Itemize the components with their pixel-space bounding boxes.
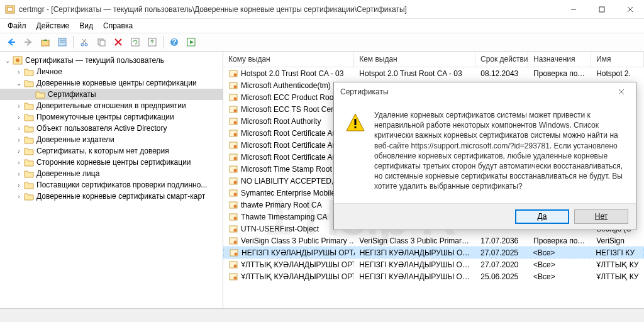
tree-item[interactable]: Сертификаты	[0, 89, 223, 100]
toolbar-help-icon[interactable]: ?	[167, 35, 182, 50]
toolbar-export-icon[interactable]	[145, 35, 160, 50]
table-cell: VeriSign Class 3 Public Primary Ce...	[354, 236, 475, 246]
chevron-right-icon[interactable]: ›	[14, 123, 24, 133]
yes-button[interactable]: Да	[515, 209, 569, 224]
tree-label: Сторонние корневые центры сертификации	[36, 158, 191, 167]
folder-icon	[24, 157, 34, 167]
close-button[interactable]	[616, 0, 644, 19]
toolbar-up-icon[interactable]	[38, 35, 53, 50]
no-button[interactable]: Нет	[574, 209, 628, 224]
chevron-right-icon[interactable]: ›	[14, 157, 24, 167]
tree-item[interactable]: ›Объект пользователя Active Directory	[0, 123, 223, 134]
tree-item[interactable]: ›Промежуточные центры сертификации	[0, 111, 223, 123]
cert-icon	[228, 200, 238, 210]
folder-icon	[24, 146, 34, 156]
column-header[interactable]: Назначения	[528, 52, 591, 67]
chevron-right-icon[interactable]: ›	[14, 135, 24, 145]
cert-icon	[228, 80, 238, 91]
chevron-right-icon[interactable]: ›	[14, 180, 24, 190]
tree-panel[interactable]: ⌄Сертификаты — текущий пользователь›Личн…	[0, 52, 223, 308]
table-row[interactable]: Hotspot 2.0 Trust Root CA - 03Hotspot 2.…	[223, 67, 644, 79]
tree-item[interactable]: ›Поставщики сертификатов проверки подлин…	[0, 179, 223, 191]
table-cell: НЕГІЗГІ КУӘЛАНДЫРУШЫ ОРТА...	[354, 272, 475, 282]
svg-point-35	[234, 109, 237, 112]
column-header[interactable]: Имя	[591, 52, 644, 67]
maximize-button[interactable]	[587, 0, 616, 19]
svg-marker-25	[190, 40, 194, 44]
cert-icon	[228, 176, 238, 186]
toolbar-forward-icon[interactable]	[21, 35, 36, 50]
list-header[interactable]: Кому выданКем выданСрок действияНазначен…	[223, 52, 644, 67]
cert-icon	[228, 224, 238, 234]
dialog-close-icon[interactable]	[612, 84, 631, 99]
toolbar-refresh-icon[interactable]	[128, 35, 143, 50]
table-cell: Проверка подлин...	[528, 69, 591, 79]
svg-point-33	[234, 97, 237, 100]
minimize-button[interactable]	[559, 0, 587, 19]
window-title: certmgr - [Сертификаты — текущий пользов…	[19, 5, 559, 14]
toolbar-delete-icon[interactable]	[111, 35, 126, 50]
svg-point-59	[235, 252, 238, 255]
cert-icon	[228, 116, 238, 126]
table-cell: НЕГІЗГІ КУӘЛАНДЫРУШЫ ОРТА...	[224, 247, 355, 258]
chevron-right-icon[interactable]: ›	[14, 191, 24, 201]
svg-point-27	[16, 58, 19, 62]
tree-item[interactable]: ›Доверительные отношения в предприятии	[0, 100, 223, 111]
table-cell: Hotspot 2.	[591, 69, 644, 79]
chevron-down-icon[interactable]: ⌄	[3, 55, 13, 65]
chevron-right-icon[interactable]: ›	[14, 112, 24, 122]
table-row[interactable]: ҰЛТТЫҚ КУӘЛАНДЫРУШЫ ОРТА...НЕГІЗГІ КУӘЛА…	[223, 270, 644, 282]
column-header[interactable]: Кому выдан	[223, 52, 354, 67]
tree-item[interactable]: ›Доверенные корневые сертификаты смарт-к…	[0, 191, 223, 202]
chevron-right-icon[interactable]: ›	[14, 101, 24, 111]
svg-rect-17	[100, 40, 105, 46]
chevron-right-icon[interactable]: ›	[14, 169, 24, 179]
toolbar-play-icon[interactable]	[184, 35, 199, 50]
tree-item[interactable]: ›Сертификаты, к которым нет доверия	[0, 145, 223, 157]
tree-item[interactable]: ⌄Доверенные корневые центры сертификации	[0, 77, 223, 89]
tree-label: Доверенные корневые центры сертификации	[36, 79, 197, 87]
table-cell: 08.12.2043	[475, 69, 528, 79]
cert-icon	[229, 248, 239, 258]
app-icon	[5, 4, 15, 14]
table-row[interactable]: VeriSign Class 3 Public Primary ...VeriS…	[223, 235, 644, 247]
table-row[interactable]: ҰЛТТЫҚ КУӘЛАНДЫРУШЫ ОРТА...НЕГІЗГІ КУӘЛА…	[223, 258, 644, 270]
table-cell: 25.06.2025	[475, 272, 528, 282]
chevron-right-icon[interactable]: ›	[14, 146, 24, 156]
toolbar-copy-icon[interactable]	[94, 35, 109, 50]
toolbar-cut-icon[interactable]	[77, 35, 92, 50]
menubar: ФайлДействиеВидСправка	[0, 19, 644, 33]
toolbar-props-icon[interactable]	[55, 35, 70, 50]
chevron-right-icon[interactable]: ›	[14, 67, 24, 77]
table-row[interactable]: НЕГІЗГІ КУӘЛАНДЫРУШЫ ОРТА...НЕГІЗГІ КУӘЛ…	[223, 247, 644, 258]
table-cell: VeriSign Class 3 Public Primary ...	[223, 235, 354, 247]
dialog-title: Сертификаты	[340, 87, 389, 96]
toolbar-back-icon[interactable]	[4, 35, 19, 50]
tree-item[interactable]: ›Личное	[0, 66, 223, 77]
table-cell: VeriSign	[591, 236, 644, 246]
svg-rect-8	[42, 40, 49, 46]
chevron-down-icon[interactable]: ⌄	[14, 78, 24, 88]
table-cell: ҰЛТТЫҚ КУӘЛАНДЫРУШЫ ОРТА...	[223, 271, 354, 282]
cert-icon	[228, 164, 238, 174]
svg-point-31	[234, 85, 237, 88]
dialog-titlebar[interactable]: Сертификаты	[334, 82, 636, 101]
svg-point-57	[234, 240, 237, 243]
cert-icon	[228, 152, 238, 162]
menu-Вид[interactable]: Вид	[74, 20, 98, 31]
tree-item[interactable]: ›Доверенные издатели	[0, 134, 223, 145]
tree-item[interactable]: ›Доверенные лица	[0, 168, 223, 179]
tree-item[interactable]: ⌄Сертификаты — текущий пользователь	[0, 55, 223, 66]
tree-item[interactable]: ›Сторонние корневые центры сертификации	[0, 157, 223, 168]
table-cell: <Все>	[528, 272, 591, 282]
svg-point-41	[234, 145, 237, 148]
cert-icon	[228, 69, 238, 79]
dialog-message: Удаление корневых сертификатов системы м…	[374, 110, 625, 192]
menu-Действие[interactable]: Действие	[31, 20, 75, 31]
menu-Справка[interactable]: Справка	[98, 20, 138, 31]
column-header[interactable]: Срок действия	[475, 52, 528, 67]
table-cell: <Все>	[528, 248, 591, 258]
menu-Файл[interactable]: Файл	[3, 20, 31, 31]
table-cell: ҰЛТТЫҚ КУ	[591, 272, 644, 282]
column-header[interactable]: Кем выдан	[354, 52, 475, 67]
